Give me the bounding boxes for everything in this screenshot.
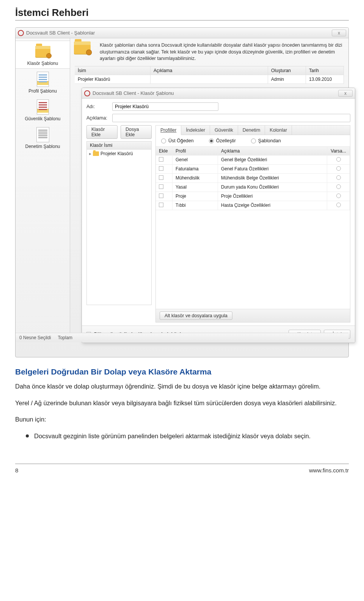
template-sidebar: Klasör Şablonu Profil Şablonu Güvenlik Ş…: [16, 38, 70, 342]
sidebar-item-label: Profil Şablonu: [17, 88, 68, 94]
sidebar-item-label: Güvenlik Şablonu: [17, 116, 68, 121]
tab-audit[interactable]: Denetim: [238, 126, 265, 135]
sidebar-item-security-template[interactable]: Güvenlik Şablonu: [16, 96, 70, 124]
profile-icon: [37, 72, 49, 87]
col-header-date[interactable]: Tarih: [306, 66, 344, 75]
radio-from-parent[interactable]: Üst Öğeden: [161, 138, 194, 143]
sidebar-item-label: Denetim Şablonu: [17, 144, 68, 149]
app-icon: [84, 90, 90, 96]
audit-icon: [36, 127, 49, 142]
col-header-author[interactable]: Oluşturan: [268, 66, 306, 75]
default-radio[interactable]: [336, 175, 341, 180]
default-radio[interactable]: [336, 194, 341, 198]
folder-icon: [35, 46, 50, 57]
checkbox[interactable]: [159, 184, 163, 189]
tab-bar: Profiller İndeksler Güvenlik Denetim Kol…: [156, 126, 350, 135]
col-header-add[interactable]: Ekle: [156, 147, 173, 155]
outer-main: Klasör şablonları daha sonra Docsvault i…: [70, 38, 348, 342]
outer-titlebar: Docsvault SB Client - Şablonlar x: [16, 28, 348, 38]
cell-name: Projeler Klasörü: [75, 75, 151, 83]
tree-item-label: Projeler Klasörü: [100, 151, 133, 156]
cell-date: 13.09.2010: [306, 75, 344, 83]
security-icon: [37, 99, 49, 115]
profile-row[interactable]: Mühendislik Mühendislik Belge Özellikler…: [156, 174, 350, 183]
dialog-close-button[interactable]: x: [338, 90, 353, 97]
name-label: Adı:: [86, 104, 109, 109]
bullet-item: Docsvault gezginin liste görünüm panelin…: [26, 431, 349, 441]
page-number: 8: [15, 467, 18, 474]
paragraph: Yerel / Ağ üzerinde bulunan klasör veya …: [15, 398, 349, 408]
document-title: İstemci Rehberi: [15, 7, 349, 20]
folder-icon: [93, 151, 99, 156]
profile-row[interactable]: Yasal Durum yada Konu Özellikleri: [156, 183, 350, 192]
apply-subfolders-button[interactable]: Alt klasör ve dosyalara uygula: [160, 312, 232, 320]
cell-desc: [151, 75, 268, 83]
tab-indexes[interactable]: İndeksler: [181, 126, 210, 135]
template-description: Klasör şablonları daha sonra Docsvault i…: [75, 42, 344, 62]
profile-row[interactable]: Tıbbi Hasta Çizelge Özellikleri: [156, 201, 350, 210]
profile-row[interactable]: Faturalama Genel Fatura Özellikleri: [156, 165, 350, 174]
tab-profiles[interactable]: Profiller: [156, 126, 181, 135]
template-grid-row[interactable]: Projeler Klasörü Admin 13.09.2010: [75, 75, 344, 84]
col-header-desc[interactable]: Açıklama: [218, 147, 327, 155]
dialog-titlebar: Docsvault SB Client - Klasör Şablonu x: [82, 88, 355, 99]
paragraph: Bunun için:: [15, 415, 349, 425]
default-radio[interactable]: [336, 184, 341, 189]
profile-row[interactable]: Genel Genel Belge Özellikleri: [156, 156, 350, 165]
tree-item[interactable]: ▸ Projeler Klasörü: [89, 151, 149, 156]
tree-header: Klasör İsmi: [86, 141, 152, 149]
status-selected: 0 Nesne Seçildi: [19, 335, 51, 340]
radio-customize[interactable]: Özelleştir: [209, 138, 236, 143]
checkbox[interactable]: [159, 157, 163, 162]
sidebar-item-label: Klasör Şablonu: [17, 61, 68, 66]
add-folder-button[interactable]: Klasör Ekle: [86, 125, 118, 139]
add-file-button[interactable]: Dosya Ekle: [121, 125, 152, 139]
cell-author: Admin: [268, 75, 306, 83]
table-empty-area: [156, 210, 350, 309]
checkbox[interactable]: [159, 194, 163, 198]
outer-window: Docsvault SB Client - Şablonlar x Klasör…: [15, 27, 349, 357]
default-radio[interactable]: [336, 157, 341, 162]
paragraph: Daha önce klasör ve dolap oluşturmayı öğ…: [15, 382, 349, 392]
sidebar-item-audit-template[interactable]: Denetim Şablonu: [16, 124, 70, 152]
bullet-icon: [26, 434, 29, 437]
profile-row[interactable]: Proje Proje Özellikleri: [156, 192, 350, 201]
col-header-desc[interactable]: Açıklama: [151, 66, 268, 75]
template-grid-header: İsim Açıklama Oluşturan Tarih: [75, 66, 344, 75]
name-input[interactable]: [112, 102, 218, 111]
dialog-right-pane: Profiller İndeksler Güvenlik Denetim Kol…: [155, 125, 350, 323]
outer-close-button[interactable]: x: [332, 30, 346, 36]
col-header-default[interactable]: Varsa...: [327, 147, 350, 155]
checkbox[interactable]: [159, 175, 163, 180]
bullet-text: Docsvault gezginin liste görünüm panelin…: [34, 431, 311, 441]
outer-window-title: Docsvault SB Client - Şablonlar: [26, 30, 95, 36]
dialog-title: Docsvault SB Client - Klasör Şablonu: [93, 90, 174, 96]
status-total: Toplam: [58, 335, 72, 340]
col-header-name[interactable]: İsim: [75, 66, 151, 75]
checkbox[interactable]: [159, 166, 163, 171]
footer-url: www.fins.com.tr: [309, 467, 349, 474]
page-footer: 8 www.fins.com.tr: [15, 464, 349, 474]
tab-security[interactable]: Güvenlik: [210, 126, 238, 135]
desc-label: Açıklama:: [86, 115, 109, 121]
folder-tree[interactable]: ▸ Projeler Klasörü: [86, 149, 152, 305]
folder-template-dialog: Docsvault SB Client - Klasör Şablonu x A…: [82, 88, 355, 343]
sidebar-item-profile-template[interactable]: Profil Şablonu: [16, 69, 70, 96]
outer-statusbar: 0 Nesne Seçildi Toplam: [16, 333, 348, 342]
expand-icon[interactable]: ▸: [89, 151, 91, 156]
section-heading: Belgeleri Doğrudan Bir Dolap veya Klasör…: [15, 367, 349, 376]
sidebar-item-folder-template[interactable]: Klasör Şablonu: [16, 41, 70, 69]
checkbox[interactable]: [159, 203, 163, 207]
folder-icon: [74, 42, 91, 54]
default-radio[interactable]: [336, 203, 341, 207]
dialog-left-pane: Klasör Ekle Dosya Ekle Klasör İsmi ▸ Pro…: [86, 125, 152, 323]
app-icon: [18, 30, 24, 36]
description-text: Klasör şablonları daha sonra Docsvault i…: [100, 42, 344, 62]
radio-from-template[interactable]: Şablondan: [251, 138, 281, 143]
default-radio[interactable]: [336, 166, 341, 171]
profiles-table: Ekle Profil Açıklama Varsa... Genel Gene…: [156, 147, 350, 309]
col-header-profile[interactable]: Profil: [173, 147, 218, 155]
source-radio-group: Üst Öğeden Özelleştir Şablondan: [156, 135, 350, 147]
tab-columns[interactable]: Kolonlar: [265, 126, 292, 135]
desc-input[interactable]: [112, 114, 350, 122]
